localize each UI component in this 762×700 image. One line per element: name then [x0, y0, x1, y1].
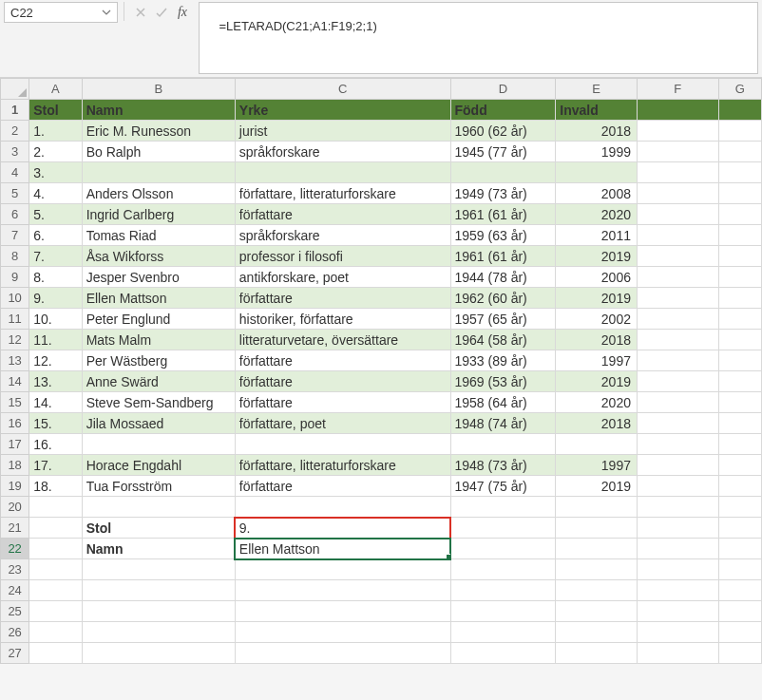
cell[interactable] [718, 225, 761, 246]
cell[interactable]: 2006 [556, 267, 638, 288]
cell[interactable] [637, 204, 718, 225]
cell[interactable] [450, 622, 556, 643]
cell[interactable]: litteraturvetare, översättare [235, 330, 450, 350]
formula-input[interactable]: =LETARAD(C21;A1:F19;2;1) [199, 2, 758, 74]
cell[interactable]: författare, litteraturforskare [235, 455, 450, 476]
cell[interactable] [82, 434, 235, 455]
cell[interactable] [82, 643, 235, 664]
cell[interactable]: 2008 [556, 183, 638, 204]
cell[interactable] [637, 580, 718, 601]
cell[interactable]: Horace Engdahl [82, 455, 235, 476]
cell[interactable] [718, 455, 761, 476]
name-box[interactable]: C22 [4, 2, 118, 23]
cell[interactable] [556, 559, 638, 580]
cell[interactable] [718, 330, 761, 350]
cell[interactable] [235, 162, 450, 183]
cell[interactable]: 1997 [556, 455, 638, 476]
cell[interactable] [637, 267, 718, 288]
cell[interactable]: Namn [82, 539, 235, 559]
col-header-G[interactable]: G [718, 79, 761, 100]
cell[interactable]: Stol [82, 518, 235, 539]
cell[interactable]: författare [235, 204, 450, 225]
cell[interactable] [637, 434, 718, 455]
cell[interactable]: 1964 (58 år) [450, 330, 556, 350]
cell[interactable]: Eric M. Runesson [82, 121, 235, 142]
cell[interactable] [556, 622, 638, 643]
cell[interactable]: författare [235, 371, 450, 392]
cell[interactable] [637, 121, 718, 142]
cell[interactable] [718, 121, 761, 142]
cell[interactable]: Peter Englund [82, 309, 235, 330]
cell[interactable]: 2020 [556, 204, 638, 225]
cell[interactable] [637, 497, 718, 518]
cell[interactable] [637, 392, 718, 413]
cell[interactable] [450, 539, 556, 559]
cell[interactable] [718, 539, 761, 559]
cell[interactable] [637, 100, 718, 121]
col-header-F[interactable]: F [637, 79, 718, 100]
cell[interactable] [718, 371, 761, 392]
cell[interactable]: 5. [29, 204, 82, 225]
cell[interactable]: 1962 (60 år) [450, 288, 556, 309]
cell[interactable]: 2018 [556, 330, 638, 350]
cell[interactable] [718, 601, 761, 622]
cell[interactable] [235, 434, 450, 455]
cell[interactable] [718, 267, 761, 288]
cell[interactable] [718, 476, 761, 497]
cell[interactable] [29, 559, 82, 580]
cell[interactable]: Anders Olsson [82, 183, 235, 204]
cell[interactable] [637, 539, 718, 559]
cell[interactable]: historiker, författare [235, 309, 450, 330]
cell[interactable] [556, 497, 638, 518]
cell[interactable]: 9. [29, 288, 82, 309]
col-header-B[interactable]: B [82, 79, 235, 100]
cell[interactable]: 1969 (53 år) [450, 371, 556, 392]
cell[interactable] [556, 434, 638, 455]
col-header-D[interactable]: D [450, 79, 556, 100]
row-header[interactable]: 26 [1, 622, 29, 643]
cell[interactable]: 13. [29, 371, 82, 392]
select-all-corner[interactable] [1, 79, 29, 100]
cell[interactable] [82, 580, 235, 601]
cell[interactable]: Yrke [235, 100, 450, 121]
cell[interactable]: 17. [29, 455, 82, 476]
cell[interactable] [235, 601, 450, 622]
cell[interactable]: 18. [29, 476, 82, 497]
cell[interactable]: Steve Sem-Sandberg [82, 392, 235, 413]
cell[interactable] [718, 142, 761, 162]
cell[interactable] [718, 580, 761, 601]
cell[interactable] [450, 580, 556, 601]
cell[interactable]: 1948 (74 år) [450, 413, 556, 434]
row-header[interactable]: 11 [1, 309, 29, 330]
cell[interactable]: 10. [29, 309, 82, 330]
cell[interactable]: författare [235, 476, 450, 497]
row-header[interactable]: 22 [1, 539, 29, 559]
cell[interactable]: Jesper Svenbro [82, 267, 235, 288]
cell[interactable]: 2018 [556, 121, 638, 142]
cell[interactable] [235, 559, 450, 580]
cell[interactable] [718, 288, 761, 309]
cell[interactable]: 7. [29, 246, 82, 267]
cell[interactable]: författare [235, 288, 450, 309]
cell[interactable]: 1961 (61 år) [450, 246, 556, 267]
cell[interactable]: 4. [29, 183, 82, 204]
cell[interactable]: Invald [556, 100, 638, 121]
cell[interactable]: Bo Ralph [82, 142, 235, 162]
cell[interactable] [718, 497, 761, 518]
cell[interactable] [637, 183, 718, 204]
row-header[interactable]: 23 [1, 559, 29, 580]
cell[interactable] [82, 622, 235, 643]
enter-icon[interactable] [151, 2, 172, 23]
cell[interactable] [637, 330, 718, 350]
row-header[interactable]: 2 [1, 121, 29, 142]
cancel-icon[interactable] [130, 2, 151, 23]
cell[interactable] [235, 622, 450, 643]
cell[interactable] [718, 413, 761, 434]
cell[interactable]: 16. [29, 434, 82, 455]
cell[interactable] [556, 539, 638, 559]
cell[interactable] [718, 392, 761, 413]
cell[interactable] [82, 559, 235, 580]
cell[interactable] [82, 497, 235, 518]
row-header[interactable]: 25 [1, 601, 29, 622]
col-header-E[interactable]: E [556, 79, 638, 100]
